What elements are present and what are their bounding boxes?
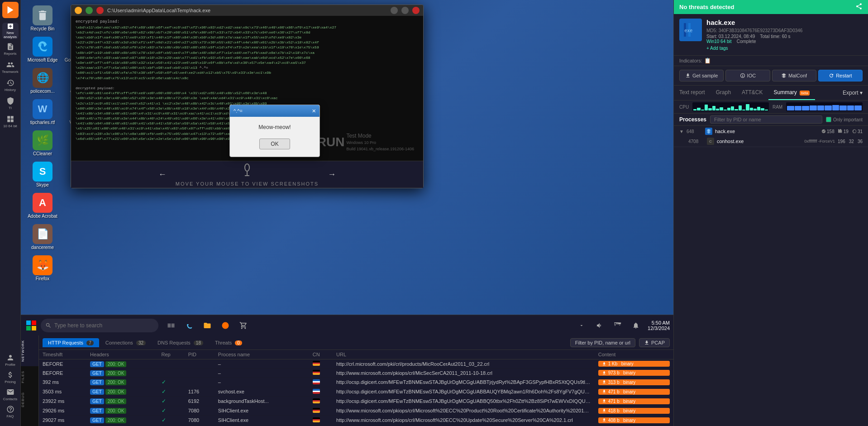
desktop-icon-skype[interactable]: S Skype xyxy=(24,160,61,189)
content-badge[interactable]: 418 b binary xyxy=(598,408,670,414)
taskbar-edge-btn[interactable] xyxy=(181,317,197,334)
search-input[interactable] xyxy=(54,322,154,329)
cell-pid xyxy=(185,369,215,378)
col-url: URL xyxy=(333,350,595,359)
start-button[interactable] xyxy=(24,319,38,332)
only-important-checkbox[interactable] xyxy=(826,117,831,122)
dialog-ok-btn[interactable]: OK xyxy=(259,139,290,149)
beta-badge: beta xyxy=(800,91,810,96)
process-name: hack.exe xyxy=(715,129,819,134)
content-badge[interactable]: 471 b binary xyxy=(598,398,670,404)
prev-screenshot-btn[interactable]: ← xyxy=(158,170,167,179)
export-btn[interactable]: Export ▾ xyxy=(837,86,868,100)
http-requests-tab[interactable]: HTTP Requests 7 xyxy=(43,338,99,347)
desktop-icon-edge[interactable]: Microsoft Edge xyxy=(24,35,61,64)
sidebar-item-faq[interactable]: FAQ xyxy=(2,403,19,420)
vm-close-btn[interactable]: ✕ xyxy=(96,7,104,14)
vm-min-btn-right[interactable]: – xyxy=(391,7,398,14)
sidebar-item-teamwork[interactable]: Teamwork xyxy=(2,59,19,75)
sidebar-item-pricing[interactable]: Pricing xyxy=(2,369,19,385)
cpu-bar xyxy=(701,110,704,110)
desktop-icon-firefox[interactable]: 🦊 Firefox xyxy=(24,254,61,283)
app-logo[interactable] xyxy=(2,2,19,18)
process-child-row[interactable]: 4708 C conhost.exe 0xffffffff -ForceV1 1… xyxy=(679,138,863,145)
desktop-icon-tipcharles[interactable]: W tipcharles.rtf xyxy=(24,97,61,127)
table-row[interactable]: BEFORE GET 200: OK – http://crl.microsof… xyxy=(39,359,673,369)
pcap-download-btn[interactable]: PCAP xyxy=(639,338,670,347)
tray-network-btn[interactable] xyxy=(610,317,626,334)
malconf-btn[interactable]: MalConf xyxy=(772,70,816,81)
threats-tab[interactable]: Threats 0 xyxy=(210,338,248,347)
text-report-tab[interactable]: Text report xyxy=(674,86,711,100)
process-filter-input[interactable] xyxy=(710,115,822,124)
sidebar-item-contacts[interactable]: Contacts xyxy=(2,386,19,402)
attck-tab[interactable]: ATT&CK xyxy=(736,86,768,100)
filter-input-area[interactable]: Filter by PID, name or url xyxy=(570,338,635,347)
network-tab[interactable]: NETWORK xyxy=(21,335,38,366)
cell-content: 1 Kb binary xyxy=(595,359,673,369)
sidebar-item-new-analysis[interactable]: New analysis xyxy=(2,23,19,39)
connections-tab[interactable]: Connections 32 xyxy=(100,338,151,347)
content-badge[interactable]: 313 b binary xyxy=(598,379,670,385)
dialog-close-btn[interactable]: ✕ xyxy=(312,107,316,115)
process-item-hack[interactable]: ▼ 648 hack.exe 158 19 xyxy=(674,126,868,147)
restart-btn[interactable]: Restart xyxy=(818,70,863,81)
status-badge: 200: OK xyxy=(105,361,127,367)
cell-content: 313 b binary xyxy=(595,378,673,387)
desktop-icon-adobe[interactable]: A Adobe Acrobat xyxy=(24,191,61,220)
table-row[interactable]: 23922 ms GET 200: OK ✓ 6192 backgroundTa… xyxy=(39,397,673,406)
sidebar-item-ti[interactable]: TI xyxy=(2,95,19,111)
vm-maximize-btn[interactable]: □ xyxy=(86,7,93,14)
graph-tab[interactable]: Graph xyxy=(711,86,736,100)
taskbar-search[interactable] xyxy=(41,319,158,332)
vm-title: C:\Users\admin\AppData\Local\Temp\hack.e… xyxy=(107,8,387,13)
table-row[interactable]: 29026 ms GET 200: OK ✓ 7080 SIHClient.ex… xyxy=(39,406,673,416)
tray-notification-btn[interactable] xyxy=(628,317,644,334)
cell-content: 418 b binary xyxy=(595,406,673,416)
tray-chevron-btn[interactable] xyxy=(573,317,590,334)
export-label: Export ▾ xyxy=(843,90,863,96)
sidebar-item-platform[interactable]: 10 64 bit xyxy=(2,113,19,129)
get-sample-btn[interactable]: Get sample xyxy=(679,70,724,81)
vm-minimize-btn[interactable]: – xyxy=(75,7,82,14)
content-badge[interactable]: 1 Kb binary xyxy=(598,361,670,367)
copy-indicators-btn[interactable]: 📋 xyxy=(704,57,711,64)
tray-volume-btn[interactable] xyxy=(591,317,608,334)
add-tags-btn[interactable]: + Add tags xyxy=(706,46,863,51)
cell-rep: ✓ xyxy=(158,406,185,416)
ioc-btn[interactable]: IOC xyxy=(725,70,770,81)
next-screenshot-btn[interactable]: → xyxy=(328,170,336,179)
table-row[interactable]: 3503 ms GET 200: OK ✓ 1176 svchost.exe h… xyxy=(39,387,673,397)
vm-max-btn-right[interactable]: □ xyxy=(401,7,409,14)
col-cn: CN xyxy=(309,350,333,359)
sidebar-item-reports[interactable]: Reports xyxy=(2,41,19,57)
taskbar-explorer-btn[interactable] xyxy=(199,317,215,334)
expand-icon[interactable]: ▼ xyxy=(679,129,684,134)
resource-bar: CPU xyxy=(674,101,868,114)
debug-tab[interactable]: DEBUG xyxy=(21,388,38,412)
svg-text:exe: exe xyxy=(684,28,692,33)
sidebar-item-profile[interactable]: Profile xyxy=(2,352,19,368)
status-badge: 200: OK xyxy=(105,379,127,385)
desktop-icon-ccleaner[interactable]: 🌿 CCleaner xyxy=(24,129,61,158)
desktop-icon-recycle-bin[interactable]: Recycle Bin xyxy=(24,4,61,33)
desktop-icon-policecom[interactable]: 🌐 policecom... xyxy=(24,66,61,96)
files-tab[interactable]: FILES xyxy=(21,366,38,388)
dns-requests-tab[interactable]: DNS Requests 18 xyxy=(152,338,209,347)
content-badge[interactable]: 471 b binary xyxy=(598,389,670,395)
desktop-icon-dancereme[interactable]: 📄 dancereme xyxy=(24,222,61,252)
summary-tab[interactable]: Summary beta xyxy=(768,86,815,100)
sidebar-item-history[interactable]: History xyxy=(2,77,19,93)
taskbar-store-btn[interactable] xyxy=(235,317,252,334)
content-badge[interactable]: 408 b binary xyxy=(598,417,670,423)
share-btn[interactable] xyxy=(855,3,863,11)
content-badge[interactable]: 973 b binary xyxy=(598,370,670,376)
table-row[interactable]: BEFORE GET 200: OK – http://www.microsof… xyxy=(39,369,673,378)
taskbar-firefox-btn[interactable] xyxy=(217,317,234,334)
table-row[interactable]: 29027 ms GET 200: OK ✓ 7080 SIHClient.ex… xyxy=(39,416,673,425)
taskbar-multitask-btn[interactable] xyxy=(163,317,179,334)
vm-close-btn-right[interactable]: ✕ xyxy=(412,7,420,14)
cell-url: http://www.microsoft.com/pkiops/crl/Micr… xyxy=(333,416,595,425)
only-important-toggle[interactable]: Only important xyxy=(826,117,863,122)
table-row[interactable]: 392 ms GET 200: OK ✓ – http://ocsp.digic… xyxy=(39,378,673,387)
